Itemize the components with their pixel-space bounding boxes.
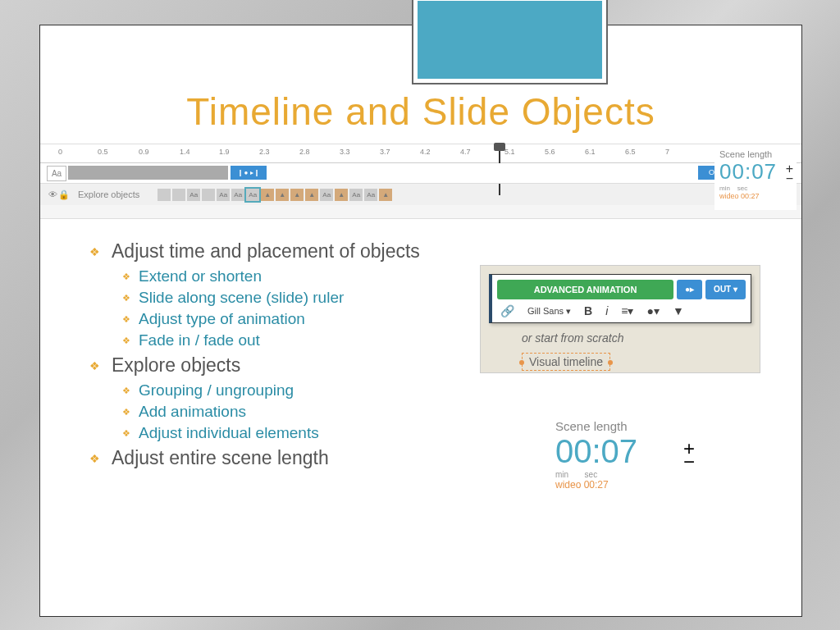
object-chip[interactable]: ▲ xyxy=(379,189,392,201)
bullet-l1: ❖Adjust time and placement of objects xyxy=(89,240,769,262)
font-select[interactable]: Gill Sans ▾ xyxy=(524,306,574,317)
object-chip[interactable]: ▲ xyxy=(290,189,304,201)
slide-title: Timeline and Slide Objects xyxy=(40,89,801,134)
object-chip[interactable]: ▲ xyxy=(305,189,318,201)
more-button[interactable]: ▼ xyxy=(669,304,687,317)
object-chip[interactable]: Aa xyxy=(349,189,363,201)
scene-minus-button[interactable]: − xyxy=(786,174,793,184)
object-chip[interactable]: ▲ xyxy=(276,189,289,201)
object-chip[interactable] xyxy=(202,189,215,201)
clip-in-handle[interactable]: ‖ ● ▸ ‖ xyxy=(231,166,267,180)
advanced-animation-button[interactable]: ADVANCED ANIMATION xyxy=(497,280,673,299)
scene-minus-button[interactable]: − xyxy=(683,455,695,468)
caption-text: or start from scratch xyxy=(522,331,719,345)
align-button[interactable]: ≡▾ xyxy=(618,304,637,317)
visibility-icon[interactable]: 👁 xyxy=(47,189,58,199)
out-button[interactable]: OUT ▾ xyxy=(705,280,746,299)
color-button[interactable]: ●▾ xyxy=(644,304,663,317)
objects-row: 👁 🔒 Explore objects Aa Aa Aa Aa ▲ ▲ ▲ ▲ … xyxy=(40,184,801,205)
bold-button[interactable]: B xyxy=(581,304,596,317)
link-icon[interactable]: 🔗 xyxy=(497,304,518,317)
scene-length-large: Scene length 00:07 min sec wideo 00:27 +… xyxy=(555,419,687,491)
object-chip[interactable] xyxy=(172,189,185,201)
formatting-toolbar: ADVANCED ANIMATION ●▸ OUT ▾ 🔗 Gill Sans … xyxy=(480,265,760,373)
text-clip-icon: Aa xyxy=(47,166,66,181)
bullet-l2: ❖Grouping / ungrouping xyxy=(122,381,769,399)
object-chip[interactable]: Aa xyxy=(231,189,244,201)
object-chip[interactable]: Aa xyxy=(320,189,333,201)
italic-button[interactable]: i xyxy=(602,304,611,317)
objects-label[interactable]: Explore objects xyxy=(78,189,139,199)
playhead-icon[interactable] xyxy=(494,143,505,151)
visual-timeline-box[interactable]: Visual timeline xyxy=(522,353,610,371)
accent-decoration xyxy=(413,0,606,83)
bullet-l2: ❖Add animations xyxy=(122,403,769,421)
object-chip-selected[interactable]: Aa xyxy=(246,189,259,201)
object-chip[interactable]: ▲ xyxy=(335,189,348,201)
clip-segment[interactable] xyxy=(68,166,228,180)
object-chip[interactable]: ▲ xyxy=(261,189,274,201)
timeline-ruler[interactable]: 0 0.5 0.9 1.4 1.9 2.3 2.8 3.3 3.7 4.2 4.… xyxy=(40,144,801,163)
lock-icon[interactable]: 🔒 xyxy=(58,189,70,200)
object-chip[interactable] xyxy=(158,189,171,201)
object-chip[interactable]: Aa xyxy=(217,189,230,201)
scene-length-panel: Scene length 00:07 min sec wideo 00:27 +… xyxy=(714,146,797,210)
timeline-panel: 0 0.5 0.9 1.4 1.9 2.3 2.8 3.3 3.7 4.2 4.… xyxy=(40,144,801,219)
object-chip[interactable]: Aa xyxy=(364,189,377,201)
toggle-button[interactable]: ●▸ xyxy=(677,280,702,299)
timeline-track[interactable]: Aa ‖ ● ▸ ‖ Out ‖ xyxy=(40,163,801,184)
object-chip[interactable]: Aa xyxy=(187,189,200,201)
